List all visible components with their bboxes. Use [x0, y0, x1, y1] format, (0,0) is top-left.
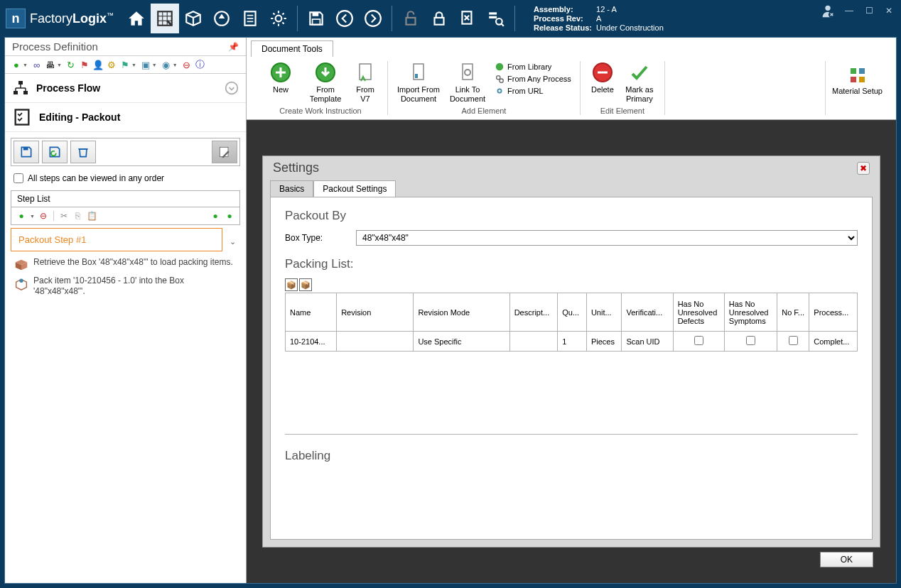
pin-icon[interactable]: 📌: [228, 42, 239, 52]
remove-pack-item-button[interactable]: 📦: [299, 278, 312, 291]
print-icon[interactable]: 🖶: [45, 59, 56, 70]
gear-icon: [269, 9, 288, 28]
user-icon[interactable]: [820, 3, 836, 18]
save-icon: [19, 145, 33, 159]
tab-packout-settings[interactable]: Packout Settings: [313, 180, 396, 197]
ok-button[interactable]: OK: [820, 552, 873, 567]
link-icon[interactable]: ∞: [31, 59, 43, 70]
down-icon[interactable]: ●: [224, 210, 235, 222]
col-name[interactable]: Name: [286, 293, 337, 332]
module-button-1[interactable]: [179, 4, 207, 33]
flag-icon[interactable]: ⚑: [79, 59, 90, 70]
unlock-icon: [401, 9, 420, 28]
col-qty[interactable]: Qu...: [558, 293, 587, 332]
add-pack-item-button[interactable]: 📦: [285, 278, 298, 291]
maximize-button[interactable]: ☐: [863, 4, 875, 17]
col-verif[interactable]: Verificati...: [622, 293, 673, 332]
box-icon[interactable]: ▣: [140, 59, 151, 70]
lock-button[interactable]: [425, 4, 453, 33]
all-steps-checkbox[interactable]: [14, 173, 23, 183]
nodef-checkbox[interactable]: [694, 336, 703, 345]
save-step-button[interactable]: [14, 141, 39, 163]
packout-step-item[interactable]: Packout Step #1: [11, 228, 222, 251]
svg-rect-24: [18, 81, 23, 85]
import-from-doc-button[interactable]: Import From Document: [395, 61, 442, 104]
box-type-select[interactable]: 48"x48"x48": [356, 230, 858, 246]
delete-doc-button[interactable]: [453, 4, 482, 33]
module-button-3[interactable]: [236, 4, 264, 33]
from-template-button[interactable]: From Template: [305, 61, 346, 104]
substep-retrieve[interactable]: Retrieve the Box '48"x48"x48"' to load p…: [11, 256, 240, 274]
flag2-icon[interactable]: ⚑: [119, 59, 131, 70]
module-button-4[interactable]: [264, 4, 293, 33]
node-icon[interactable]: ◉: [161, 59, 172, 70]
edit-button[interactable]: [212, 141, 237, 163]
box-type-label: Box Type:: [285, 233, 356, 243]
search-button[interactable]: [482, 4, 510, 33]
from-library-link[interactable]: From Library: [493, 61, 573, 72]
ribbon-group-create: Create Work Instruction: [279, 107, 361, 115]
process-flow-row[interactable]: Process Flow: [5, 74, 246, 103]
nosymp-checkbox[interactable]: [746, 336, 755, 345]
delete-button[interactable]: Delete: [588, 61, 617, 104]
substep-pack[interactable]: Pack item '10-210456 - 1.0' into the Box…: [11, 274, 240, 298]
col-revmode[interactable]: Revision Mode: [414, 293, 509, 332]
ribbon-group-add: Add Element: [461, 107, 506, 115]
from-url-link[interactable]: From URL: [493, 85, 573, 97]
module-button-2[interactable]: [207, 4, 236, 33]
nof-checkbox[interactable]: [789, 336, 798, 345]
add-icon[interactable]: ●: [11, 59, 22, 70]
svg-point-18: [496, 18, 502, 25]
col-desc[interactable]: Descript...: [509, 293, 558, 332]
box-icon: [184, 9, 203, 28]
copy-icon[interactable]: ⎘: [72, 210, 84, 222]
col-unit[interactable]: Unit...: [586, 293, 622, 332]
unlock-button[interactable]: [396, 4, 425, 33]
home-button[interactable]: [122, 4, 151, 33]
plus-circle-icon: [269, 61, 292, 84]
remove-step-icon[interactable]: ⊖: [38, 210, 49, 222]
paste-icon[interactable]: 📋: [87, 210, 98, 222]
grid-edit-button[interactable]: [151, 4, 179, 33]
settings-close-icon[interactable]: ✖: [857, 162, 870, 175]
mark-primary-button[interactable]: Mark as Primary: [622, 61, 657, 104]
save-button[interactable]: [302, 4, 330, 33]
svg-rect-26: [23, 91, 28, 94]
from-v7-button[interactable]: From V7: [350, 61, 380, 104]
col-nosymp[interactable]: Has No Unresolved Symptoms: [724, 293, 777, 332]
tab-document-tools[interactable]: Document Tools: [251, 40, 333, 57]
down-circle-icon[interactable]: [225, 81, 239, 95]
new-button[interactable]: New: [261, 61, 301, 104]
col-nof[interactable]: No F...: [777, 293, 809, 332]
col-process[interactable]: Process...: [809, 293, 858, 332]
material-setup-button[interactable]: Material Setup: [825, 61, 889, 115]
assembly-meta: Assembly:12 - A Process Rev:A Release St…: [534, 5, 664, 33]
svg-rect-49: [851, 77, 856, 82]
info-icon[interactable]: ⓘ: [195, 59, 206, 70]
link-to-doc-button[interactable]: Link To Document: [446, 61, 489, 104]
col-nodef[interactable]: Has No Unresolved Defects: [673, 293, 724, 332]
add-step-icon[interactable]: ●: [16, 210, 27, 222]
logo-text: FactoryLogix™: [30, 11, 114, 26]
document-icon: [241, 9, 259, 28]
person-icon[interactable]: 👤: [92, 59, 104, 70]
up-icon[interactable]: ●: [210, 210, 221, 222]
packing-table: Name Revision Revision Mode Descript... …: [285, 293, 858, 352]
minimize-button[interactable]: —: [843, 4, 856, 17]
forward-button[interactable]: [359, 4, 387, 33]
remove-icon[interactable]: ⊖: [181, 59, 193, 70]
edit-toolbar: [11, 138, 240, 166]
table-row[interactable]: 10-2104... Use Specific 1 Pieces Scan UI…: [286, 332, 858, 352]
trash-button[interactable]: [70, 141, 96, 163]
back-button[interactable]: [330, 4, 359, 33]
chevron-down-icon[interactable]: ⌄: [225, 237, 240, 246]
gear-icon[interactable]: ⚙: [106, 59, 117, 70]
cut-icon[interactable]: ✂: [58, 210, 70, 222]
top-bar: n FactoryLogix™ Assembly:12 - A Process …: [0, 0, 901, 37]
save-refresh-button[interactable]: [42, 141, 68, 163]
from-any-process-link[interactable]: From Any Process: [493, 73, 573, 85]
col-revision[interactable]: Revision: [337, 293, 414, 332]
refresh-icon[interactable]: ↻: [65, 59, 77, 70]
close-button[interactable]: ✕: [883, 4, 895, 17]
tab-basics[interactable]: Basics: [270, 180, 313, 197]
